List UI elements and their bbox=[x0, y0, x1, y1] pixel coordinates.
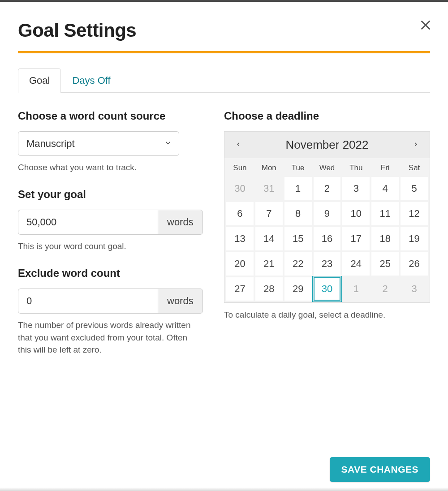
calendar-day: 2 bbox=[371, 277, 399, 301]
calendar-dow: Wed bbox=[314, 160, 341, 175]
calendar-day[interactable]: 10 bbox=[342, 202, 370, 225]
goal-input-group: words bbox=[18, 210, 179, 235]
calendar-day[interactable]: 20 bbox=[226, 252, 254, 276]
source-select[interactable]: Manuscript bbox=[18, 131, 179, 156]
calendar-day[interactable]: 13 bbox=[226, 227, 254, 250]
calendar-day[interactable]: 3 bbox=[342, 177, 370, 200]
close-button[interactable] bbox=[418, 17, 434, 34]
word-count-source-block: Choose a word count source Manuscript Ch… bbox=[18, 109, 197, 174]
calendar-day[interactable]: 19 bbox=[401, 227, 428, 250]
title-divider bbox=[18, 51, 430, 53]
tabs: Goal Days Off bbox=[18, 68, 430, 93]
calendar-day[interactable]: 28 bbox=[255, 277, 283, 301]
deadline-heading: Choose a deadline bbox=[224, 109, 430, 123]
source-heading: Choose a word count source bbox=[18, 109, 197, 123]
calendar-day[interactable]: 11 bbox=[371, 202, 399, 225]
content-area: Choose a word count source Manuscript Ch… bbox=[18, 93, 430, 370]
source-hint: Choose what you want to track. bbox=[18, 161, 197, 174]
calendar-day[interactable]: 24 bbox=[342, 252, 370, 276]
calendar-day[interactable]: 15 bbox=[284, 227, 312, 250]
deadline-calendar: November 2022 SunMonTueWedThuFriSat30311… bbox=[224, 131, 430, 303]
modal-header: Goal Settings bbox=[18, 20, 430, 41]
save-changes-button[interactable]: SAVE CHANGES bbox=[330, 457, 430, 482]
calendar-day[interactable]: 14 bbox=[255, 227, 283, 250]
chevron-right-icon bbox=[413, 142, 419, 149]
calendar-dow: Sun bbox=[226, 160, 254, 175]
calendar-day[interactable]: 7 bbox=[255, 202, 283, 225]
goal-heading: Set your goal bbox=[18, 187, 197, 202]
calendar-day[interactable]: 25 bbox=[371, 252, 399, 276]
calendar-day[interactable]: 12 bbox=[401, 202, 428, 225]
calendar-day[interactable]: 16 bbox=[314, 227, 341, 250]
calendar-day[interactable]: 17 bbox=[342, 227, 370, 250]
calendar-month-label: November 2022 bbox=[286, 138, 369, 152]
calendar-prev-button[interactable] bbox=[233, 138, 244, 151]
tab-goal[interactable]: Goal bbox=[18, 68, 61, 93]
calendar-dow: Tue bbox=[284, 160, 312, 175]
calendar-dow: Mon bbox=[255, 160, 283, 175]
right-column: Choose a deadline November 2022 bbox=[224, 109, 430, 370]
goal-hint: This is your word count goal. bbox=[18, 240, 197, 253]
calendar-day: 31 bbox=[255, 177, 283, 200]
bottom-shadow bbox=[0, 487, 448, 491]
modal-footer: SAVE CHANGES bbox=[330, 457, 430, 482]
tab-days-off[interactable]: Days Off bbox=[61, 68, 121, 93]
set-goal-block: Set your goal words This is your word co… bbox=[18, 187, 197, 253]
calendar-day: 3 bbox=[401, 277, 428, 301]
calendar-day[interactable]: 18 bbox=[371, 227, 399, 250]
calendar-dow: Sat bbox=[401, 160, 428, 175]
calendar-day[interactable]: 1 bbox=[284, 177, 312, 200]
calendar-day[interactable]: 6 bbox=[226, 202, 254, 225]
goal-unit-suffix: words bbox=[158, 210, 203, 235]
calendar-dow: Fri bbox=[371, 160, 399, 175]
exclude-unit-suffix: words bbox=[158, 289, 203, 314]
exclude-block: Exclude word count words The number of p… bbox=[18, 266, 197, 356]
calendar-grid: SunMonTueWedThuFriSat3031123456789101112… bbox=[224, 158, 430, 302]
modal-title: Goal Settings bbox=[18, 20, 430, 41]
calendar-day[interactable]: 8 bbox=[284, 202, 312, 225]
calendar-day: 1 bbox=[342, 277, 370, 301]
calendar-day[interactable]: 2 bbox=[314, 177, 341, 200]
goal-input[interactable] bbox=[18, 210, 158, 235]
calendar-day[interactable]: 23 bbox=[314, 252, 341, 276]
calendar-day[interactable]: 22 bbox=[284, 252, 312, 276]
exclude-heading: Exclude word count bbox=[18, 266, 197, 280]
source-select-wrap: Manuscript bbox=[18, 131, 179, 156]
exclude-input-group: words bbox=[18, 289, 179, 314]
calendar-day: 30 bbox=[226, 177, 254, 200]
deadline-hint: To calculate a daily goal, select a dead… bbox=[224, 310, 430, 320]
calendar-day[interactable]: 9 bbox=[314, 202, 341, 225]
left-column: Choose a word count source Manuscript Ch… bbox=[18, 109, 197, 370]
calendar-day[interactable]: 27 bbox=[226, 277, 254, 301]
calendar-day[interactable]: 5 bbox=[401, 177, 428, 200]
calendar-header: November 2022 bbox=[224, 132, 430, 158]
exclude-hint: The number of previous words already wri… bbox=[18, 319, 197, 356]
calendar-day[interactable]: 26 bbox=[401, 252, 428, 276]
close-icon bbox=[419, 26, 432, 33]
exclude-input[interactable] bbox=[18, 289, 158, 314]
chevron-left-icon bbox=[235, 142, 241, 149]
calendar-dow: Thu bbox=[342, 160, 370, 175]
calendar-day[interactable]: 30 bbox=[314, 277, 341, 301]
calendar-day[interactable]: 29 bbox=[284, 277, 312, 301]
calendar-day[interactable]: 4 bbox=[371, 177, 399, 200]
calendar-next-button[interactable] bbox=[410, 138, 422, 151]
goal-settings-modal: Goal Settings Goal Days Off Choose a wor… bbox=[0, 2, 448, 370]
calendar-day[interactable]: 21 bbox=[255, 252, 283, 276]
